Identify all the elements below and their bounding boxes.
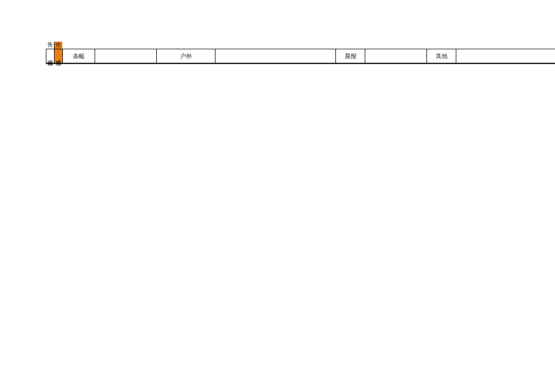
cell-outdoor-value: [215, 49, 335, 63]
table-header-row1: 告 住: [46, 42, 555, 49]
cell-outdoor-label: 户外: [156, 49, 215, 63]
cell-banner-value: [95, 49, 156, 63]
table-row: 情况 形式 条幅 户外 晨报 其他: [46, 49, 555, 64]
cell-banner-label: 条幅: [62, 49, 95, 63]
form-table: 告 住 情况 形式 条幅 户外 晨报 其他: [46, 42, 555, 64]
header-col0-bottom: 情况: [46, 49, 54, 63]
header-col1-bottom: 形式: [54, 49, 62, 63]
cell-other-label: 其他: [426, 49, 456, 63]
cell-morning-value: [365, 49, 426, 63]
cell-morning-label: 晨报: [335, 49, 365, 63]
header-col1-top: 住: [54, 42, 62, 49]
cell-other-value: [456, 49, 555, 63]
header-col0-top: 告: [46, 42, 54, 49]
